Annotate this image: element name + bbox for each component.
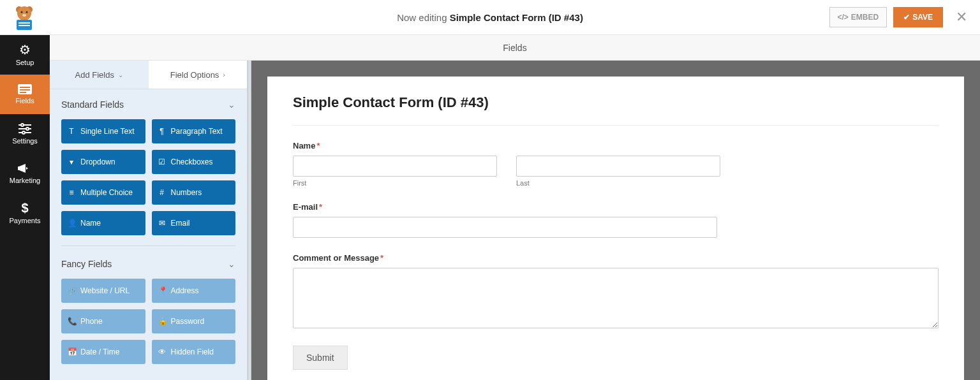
list-icon: ≡ xyxy=(68,188,75,197)
paragraph-icon: ¶ xyxy=(158,127,166,136)
svg-point-5 xyxy=(22,14,26,17)
columns: Add Fields ⌄ Field Options › Standard Fi… xyxy=(50,61,980,380)
field-label: Date / Time xyxy=(80,347,119,356)
rail-label: Marketing xyxy=(10,177,40,184)
subheader: Fields xyxy=(50,35,980,61)
svg-point-3 xyxy=(20,11,22,13)
field-label: Address xyxy=(171,286,199,295)
comment-textarea[interactable] xyxy=(293,268,939,328)
rail-item-marketing[interactable]: Marketing xyxy=(0,154,50,193)
submit-label: Submit xyxy=(306,353,334,363)
field-multiple-choice[interactable]: ≡Multiple Choice xyxy=(61,180,145,205)
svg-rect-7 xyxy=(19,22,30,24)
rail-label: Payments xyxy=(10,217,41,224)
rail-item-settings[interactable]: Settings xyxy=(0,114,50,154)
text-icon: T xyxy=(68,127,75,136)
label-text: E-mail xyxy=(293,202,318,212)
check-icon: ✔ xyxy=(903,13,910,22)
required-asterisk: * xyxy=(316,141,320,150)
field-label: Checkboxes xyxy=(171,157,213,166)
label-text: Name xyxy=(293,141,315,150)
field-label: Phone xyxy=(80,317,103,326)
right-area: Fields Add Fields ⌄ Field Options › Stan… xyxy=(50,35,980,380)
embed-button[interactable]: </> EMBED xyxy=(829,7,887,27)
field-hidden[interactable]: 👁Hidden Field xyxy=(152,340,236,364)
first-sublabel: First xyxy=(293,179,497,187)
last-name-col: Last xyxy=(516,156,720,187)
rail-label: Settings xyxy=(12,137,38,145)
field-password[interactable]: 🔒Password xyxy=(152,309,236,333)
eye-icon: 👁 xyxy=(158,347,166,356)
form-title: Simple Contact Form (ID #43) xyxy=(450,12,583,23)
field-website-url[interactable]: 🔗Website / URL xyxy=(61,279,145,303)
first-name-input[interactable] xyxy=(293,156,497,177)
svg-point-4 xyxy=(26,11,27,13)
field-label: Hidden Field xyxy=(171,347,214,356)
tab-field-options[interactable]: Field Options › xyxy=(149,61,248,89)
group-label: Standard Fields xyxy=(61,99,124,110)
save-label: SAVE xyxy=(912,13,933,22)
field-name[interactable]: 👤Name xyxy=(61,211,145,235)
field-address[interactable]: 📍Address xyxy=(152,279,236,303)
tab-label: Add Fields xyxy=(75,70,114,80)
rail-item-payments[interactable]: $ Payments xyxy=(0,193,50,233)
chevron-down-icon: ⌄ xyxy=(228,99,235,110)
gear-icon: ⚙ xyxy=(19,43,31,56)
form-row-email[interactable]: E-mail* xyxy=(293,202,939,238)
field-email[interactable]: ✉Email xyxy=(152,211,236,235)
group-fancy-fields[interactable]: Fancy Fields ⌄ xyxy=(50,249,247,279)
rail-label: Fields xyxy=(15,97,34,105)
checkbox-icon: ☑ xyxy=(158,157,166,166)
field-label: Email xyxy=(171,219,190,228)
field-label: Name xyxy=(80,219,101,228)
svg-rect-19 xyxy=(18,166,20,170)
field-paragraph-text[interactable]: ¶Paragraph Text xyxy=(152,119,236,143)
dollar-icon: $ xyxy=(21,201,28,214)
field-phone[interactable]: 📞Phone xyxy=(61,309,145,333)
field-numbers[interactable]: #Numbers xyxy=(152,180,236,205)
bear-logo-icon xyxy=(10,3,38,31)
lock-icon: 🔒 xyxy=(158,317,166,326)
fields-icon xyxy=(18,84,32,94)
chevron-down-icon: ⌄ xyxy=(118,71,123,78)
group-standard-fields[interactable]: Standard Fields ⌄ xyxy=(50,89,247,119)
field-checkboxes[interactable]: ☑Checkboxes xyxy=(152,150,236,174)
envelope-icon: ✉ xyxy=(158,219,166,228)
calendar-icon: 📅 xyxy=(68,347,75,356)
tab-add-fields[interactable]: Add Fields ⌄ xyxy=(50,61,149,89)
rail-item-setup[interactable]: ⚙ Setup xyxy=(0,35,50,75)
form-row-name[interactable]: Name* First Last xyxy=(293,141,939,187)
email-input[interactable] xyxy=(293,217,717,238)
rail-item-fields[interactable]: Fields xyxy=(0,75,50,114)
field-single-line-text[interactable]: TSingle Line Text xyxy=(61,119,145,143)
svg-rect-10 xyxy=(20,87,30,88)
submit-button[interactable]: Submit xyxy=(293,346,348,370)
hash-icon: # xyxy=(158,188,166,197)
field-label: Website / URL xyxy=(80,286,130,295)
name-label: Name* xyxy=(293,141,939,150)
group-label: Fancy Fields xyxy=(61,259,112,269)
form-row-comment[interactable]: Comment or Message* xyxy=(293,253,939,330)
field-label: Password xyxy=(171,317,205,326)
field-label: Numbers xyxy=(171,188,202,197)
svg-point-14 xyxy=(21,124,24,126)
field-date-time[interactable]: 📅Date / Time xyxy=(61,340,145,364)
last-name-input[interactable] xyxy=(516,156,720,177)
app-logo xyxy=(10,3,38,32)
svg-rect-8 xyxy=(19,25,30,26)
field-label: Paragraph Text xyxy=(171,127,223,136)
svg-rect-12 xyxy=(20,92,26,93)
close-icon[interactable]: ✕ xyxy=(949,9,974,26)
field-dropdown[interactable]: ▾Dropdown xyxy=(61,150,145,174)
name-inputs: First Last xyxy=(293,156,939,187)
svg-point-16 xyxy=(26,128,29,130)
topbar-title: Now editing Simple Contact Form (ID #43) xyxy=(397,12,583,23)
link-icon: 🔗 xyxy=(68,286,75,295)
phone-icon: 📞 xyxy=(68,317,75,326)
required-asterisk: * xyxy=(319,202,322,212)
field-label: Single Line Text xyxy=(80,127,135,136)
field-label: Dropdown xyxy=(80,157,115,166)
chevron-right-icon: › xyxy=(223,71,225,78)
save-button[interactable]: ✔ SAVE xyxy=(893,7,943,27)
topbar: Now editing Simple Contact Form (ID #43)… xyxy=(0,0,980,35)
